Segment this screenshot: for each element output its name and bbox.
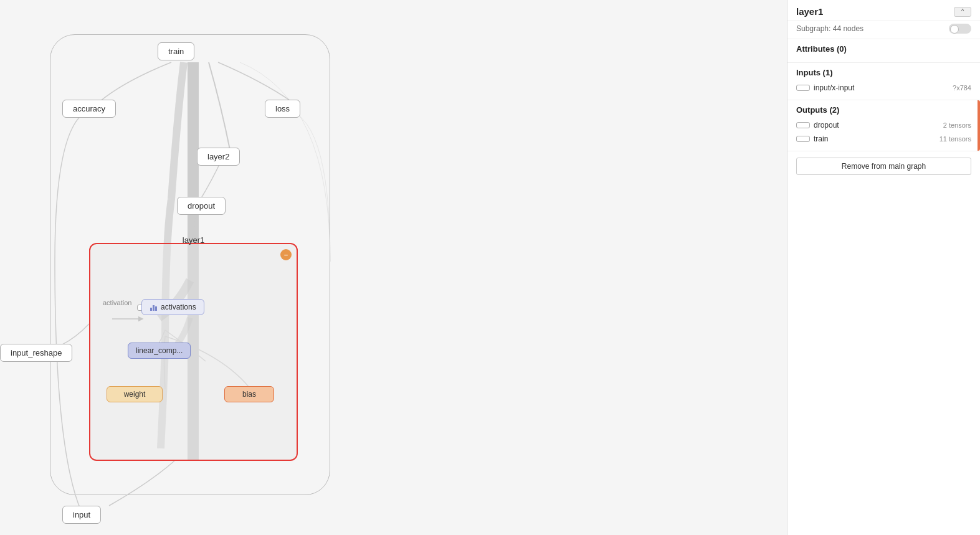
- node-weight[interactable]: weight: [107, 386, 163, 402]
- output-name-0: dropout: [814, 121, 839, 130]
- node-input[interactable]: input: [62, 506, 101, 524]
- svg-rect-4: [153, 305, 155, 311]
- output-name-1: train: [814, 135, 828, 143]
- svg-rect-3: [150, 308, 152, 311]
- output-value-0: 2 tensors: [943, 121, 971, 129]
- output-left-1: train: [796, 135, 828, 143]
- node-accuracy[interactable]: accuracy: [62, 100, 116, 118]
- output-row-0: dropout 2 tensors: [796, 118, 971, 132]
- node-input-reshape[interactable]: input_reshape: [0, 344, 72, 362]
- output-left-0: dropout: [796, 121, 839, 130]
- toggle-switch[interactable]: [949, 24, 971, 34]
- input-name-0: input/x-input: [814, 83, 854, 92]
- node-activations[interactable]: activations: [141, 299, 204, 315]
- outputs-section: Outputs (2) dropout 2 tensors train 11 t…: [787, 100, 980, 151]
- attributes-title: Attributes (0): [796, 44, 971, 54]
- output-connector-0: [796, 122, 810, 128]
- attributes-section: Attributes (0): [787, 39, 980, 63]
- panel-title: layer1: [796, 6, 823, 17]
- remove-from-graph-button[interactable]: Remove from main graph: [796, 158, 971, 175]
- panel-subtext: Subgraph: 44 nodes: [796, 24, 863, 33]
- input-value-0: ?x784: [953, 84, 971, 92]
- output-connector-1: [796, 136, 810, 142]
- inputs-title: Inputs (1): [796, 68, 971, 77]
- outputs-orange-bar: [978, 100, 980, 151]
- input-connector-0: [796, 85, 810, 91]
- graph-canvas: train accuracy loss layer2 dropout input…: [0, 0, 787, 535]
- node-bias[interactable]: bias: [224, 386, 274, 402]
- panel-header: layer1 ^: [787, 0, 980, 21]
- right-panel: layer1 ^ Subgraph: 44 nodes Attributes (…: [787, 0, 980, 535]
- input-left-0: input/x-input: [796, 83, 854, 92]
- chart-icon: [150, 303, 158, 311]
- node-train[interactable]: train: [158, 42, 194, 60]
- panel-collapse-button[interactable]: ^: [954, 7, 971, 17]
- subgraph-label: layer1: [183, 235, 204, 245]
- output-value-1: 11 tensors: [940, 135, 971, 143]
- subgraph-layer1[interactable]: layer1 – activation activations linear_c…: [89, 243, 298, 461]
- input-row-0: input/x-input ?x784: [796, 81, 971, 95]
- panel-subtext-row: Subgraph: 44 nodes: [787, 21, 980, 39]
- activation-label: activation: [103, 299, 131, 306]
- node-linear-comp[interactable]: linear_comp...: [128, 343, 191, 359]
- node-layer2[interactable]: layer2: [197, 148, 240, 166]
- node-dropout[interactable]: dropout: [177, 197, 226, 215]
- outputs-title: Outputs (2): [796, 105, 971, 115]
- node-loss[interactable]: loss: [265, 100, 300, 118]
- activations-label: activations: [161, 303, 196, 311]
- svg-rect-5: [155, 306, 157, 311]
- inputs-section: Inputs (1) input/x-input ?x784: [787, 63, 980, 100]
- subgraph-badge: –: [280, 249, 292, 260]
- output-row-1: train 11 tensors: [796, 132, 971, 146]
